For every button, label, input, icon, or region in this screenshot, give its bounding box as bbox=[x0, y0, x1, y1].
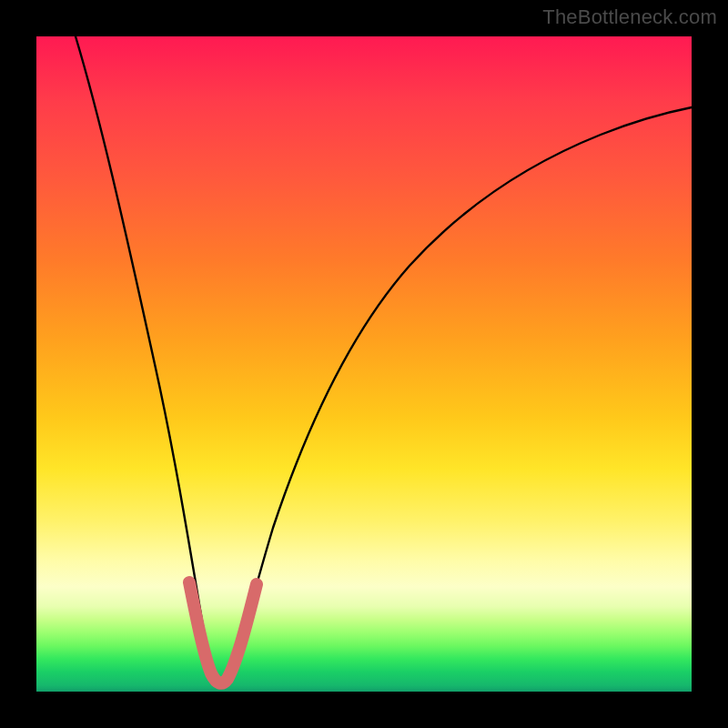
chart-frame: TheBottleneck.com bbox=[0, 0, 728, 728]
chart-svg bbox=[36, 36, 692, 692]
bottleneck-curve bbox=[76, 36, 692, 682]
watermark-text: TheBottleneck.com bbox=[542, 5, 717, 29]
highlight-near-minimum bbox=[189, 582, 257, 683]
